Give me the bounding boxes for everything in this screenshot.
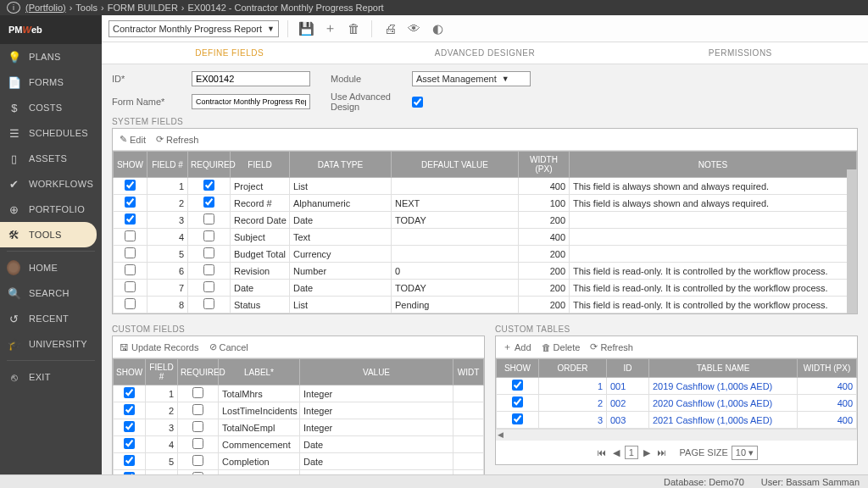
table-row[interactable]: 7 DateDateTODAY200This field is read-onl…	[114, 280, 857, 297]
view-icon[interactable]: 👁	[404, 19, 423, 38]
show-checkbox[interactable]	[512, 380, 523, 391]
required-checkbox[interactable]	[203, 298, 214, 309]
column-header[interactable]: WIDTH (PX)	[519, 152, 570, 178]
column-header[interactable]: REQUIRED	[178, 359, 219, 385]
table-row[interactable]: 2 Record #AlphanumericNEXT100This field …	[114, 195, 857, 212]
id-field[interactable]	[192, 71, 310, 86]
tab-advanced-designer[interactable]: ADVANCED DESIGNER	[357, 42, 612, 64]
ct-pager-last[interactable]: ⏭	[655, 447, 668, 458]
ct-add-button[interactable]: ＋Add	[503, 341, 531, 353]
column-header[interactable]: NOTES	[570, 152, 857, 178]
required-checkbox[interactable]	[192, 404, 203, 415]
required-checkbox[interactable]	[203, 281, 214, 292]
ct-delete-button[interactable]: 🗑 Delete	[542, 342, 581, 352]
table-row[interactable]: 5 CompletionDate	[114, 453, 484, 470]
table-row[interactable]: 3 Record DateDateTODAY200	[114, 212, 857, 229]
table-row[interactable]: 5 Budget TotalCurrency200	[114, 246, 857, 263]
column-header[interactable]: SHOW	[114, 152, 147, 178]
sidebar-item-recent[interactable]: ↺RECENT	[0, 306, 102, 331]
table-row[interactable]: 10012019 Cashflow (1,000s AED)400	[497, 378, 857, 395]
column-header[interactable]: SHOW	[114, 359, 146, 385]
module-select[interactable]: Asset Management▼	[412, 71, 531, 86]
show-checkbox[interactable]	[124, 421, 135, 432]
show-checkbox[interactable]	[125, 214, 136, 225]
show-checkbox[interactable]	[124, 387, 135, 398]
required-checkbox[interactable]	[203, 214, 214, 225]
show-checkbox[interactable]	[125, 298, 136, 309]
tab-permissions[interactable]: PERMISSIONS	[613, 42, 868, 64]
ct-pager-page[interactable]: 1	[625, 446, 638, 459]
column-header[interactable]: SHOW	[497, 359, 539, 378]
required-checkbox[interactable]	[203, 264, 214, 275]
required-checkbox[interactable]	[192, 455, 203, 466]
sidebar-item-schedules[interactable]: ☰SCHEDULES	[0, 120, 102, 146]
sys-vscrollbar[interactable]	[847, 169, 857, 313]
ct-pager-next[interactable]: ▶	[642, 447, 652, 458]
sidebar-item-university[interactable]: 🎓UNIVERSITY	[0, 331, 102, 357]
table-row[interactable]: 1 ProjectList400This field is always sho…	[114, 178, 857, 195]
ct-refresh-button[interactable]: ⟳ Refresh	[590, 341, 633, 352]
sidebar-item-forms[interactable]: 📄FORMS	[0, 69, 102, 95]
required-checkbox[interactable]	[203, 197, 214, 208]
show-checkbox[interactable]	[125, 230, 136, 241]
advdesign-checkbox[interactable]	[412, 97, 423, 108]
show-checkbox[interactable]	[124, 404, 135, 415]
required-checkbox[interactable]	[192, 438, 203, 449]
breadcrumb-portfolio[interactable]: (Portfolio)	[25, 3, 66, 13]
sys-refresh-button[interactable]: ⟳ Refresh	[156, 134, 199, 145]
sidebar-item-search[interactable]: 🔍SEARCH	[0, 280, 102, 306]
column-header[interactable]: FIELD #	[146, 359, 178, 385]
show-checkbox[interactable]	[512, 396, 523, 408]
table-row[interactable]: 3 TotalNoEmplInteger	[114, 419, 484, 436]
column-header[interactable]: WIDT	[453, 359, 484, 385]
column-header[interactable]: TABLE NAME	[649, 359, 798, 378]
column-header[interactable]: FIELD #	[147, 152, 188, 178]
sidebar-item-plans[interactable]: 💡PLANS	[0, 44, 102, 69]
table-row[interactable]: 4 CommencementDate	[114, 436, 484, 453]
show-checkbox[interactable]	[125, 281, 136, 292]
required-checkbox[interactable]	[203, 180, 214, 191]
ct-pager-first[interactable]: ⏮	[595, 447, 608, 458]
ct-pagesize-select[interactable]: 10 ▾	[732, 446, 758, 460]
table-row[interactable]: 8 StatusListPending200This field is read…	[114, 297, 857, 313]
sys-edit-button[interactable]: ✎ Edit	[120, 134, 146, 145]
column-header[interactable]: ID	[607, 359, 649, 378]
sidebar-item-workflows[interactable]: ✔WORKFLOWS	[0, 171, 102, 197]
formname-field[interactable]	[192, 94, 310, 109]
table-row[interactable]: 2 LostTimeIncidentsInteger	[114, 402, 484, 419]
sidebar-item-assets[interactable]: ▯ASSETS	[0, 146, 102, 171]
update-records-button[interactable]: 🖫 Update Records	[120, 342, 199, 352]
sidebar-item-home[interactable]: HOME	[0, 255, 102, 280]
sidebar-item-portfolio[interactable]: ⊕PORTFOLIO	[0, 197, 102, 222]
delete-icon[interactable]: 🗑	[344, 19, 363, 38]
sidebar-item-exit[interactable]: ⎋EXIT	[0, 364, 102, 390]
show-checkbox[interactable]	[124, 455, 135, 466]
add-icon[interactable]: ＋	[320, 19, 339, 38]
required-checkbox[interactable]	[203, 230, 214, 241]
show-checkbox[interactable]	[125, 264, 136, 275]
column-header[interactable]: FIELD	[231, 152, 290, 178]
sidebar-item-tools[interactable]: 🛠TOOLS	[0, 222, 97, 247]
table-row[interactable]: 20022020 Cashflow (1,000s AED)400	[497, 395, 857, 412]
record-selector[interactable]: Contractor Monthly Progress Report ▼	[108, 20, 279, 37]
tab-define-fields[interactable]: DEFINE FIELDS	[102, 42, 357, 64]
show-checkbox[interactable]	[512, 413, 523, 424]
ct-pager-prev[interactable]: ◀	[611, 447, 621, 458]
app-logo[interactable]: PMWeb	[0, 15, 102, 44]
show-checkbox[interactable]	[124, 438, 135, 449]
show-checkbox[interactable]	[125, 180, 136, 191]
save-icon[interactable]: 💾	[297, 19, 315, 38]
toggle-icon[interactable]: ◐	[428, 19, 447, 38]
column-header[interactable]: DATA TYPE	[290, 152, 392, 178]
print-icon[interactable]: 🖨	[381, 19, 399, 38]
column-header[interactable]: LABEL*	[219, 359, 300, 385]
cancel-button[interactable]: ⊘ Cancel	[209, 341, 248, 352]
show-checkbox[interactable]	[125, 247, 136, 258]
table-row[interactable]: 6 RevisionNumber0200This field is read-o…	[114, 263, 857, 280]
table-row[interactable]: 4 SubjectText400	[114, 229, 857, 246]
required-checkbox[interactable]	[192, 387, 203, 398]
column-header[interactable]: ORDER	[539, 359, 607, 378]
required-checkbox[interactable]	[203, 247, 214, 258]
required-checkbox[interactable]	[192, 421, 203, 432]
column-header[interactable]: REQUIRED	[188, 152, 231, 178]
